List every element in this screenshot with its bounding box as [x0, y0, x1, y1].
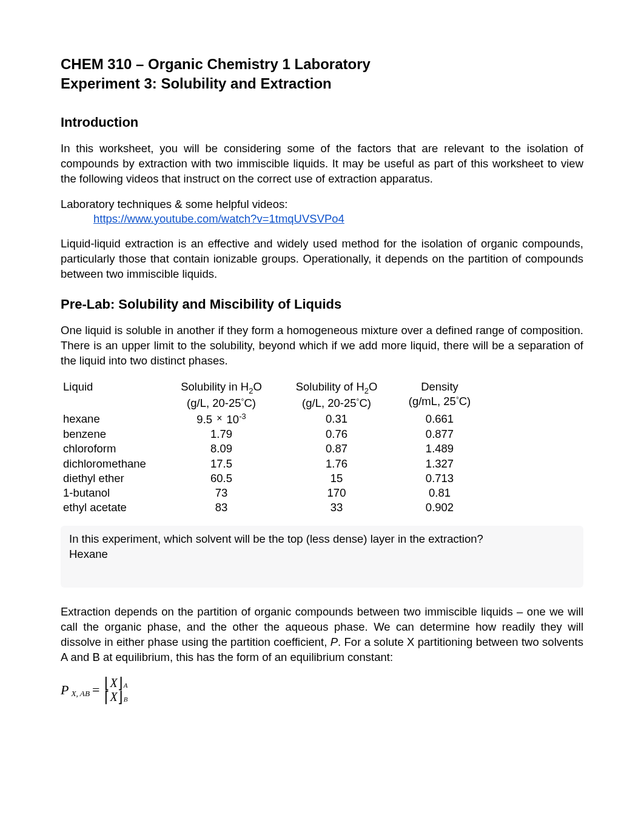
table-row: chloroform 8.09 0.87 1.489	[61, 441, 583, 456]
cell-sol-in: 17.5	[164, 457, 279, 471]
videos-label: Laboratory techniques & some helpful vid…	[61, 198, 583, 211]
cell-density: 0.902	[394, 500, 485, 515]
col-header-liquid: Liquid	[61, 380, 164, 411]
table-row: hexane 9.5 × 10-3 0.31 0.661	[61, 412, 583, 427]
course-title: CHEM 310 – Organic Chemistry 1 Laborator…	[61, 55, 583, 74]
cell-sol-of: 33	[279, 500, 394, 515]
cell-density: 0.81	[394, 486, 485, 500]
intro-paragraph-1: In this worksheet, you will be consideri…	[61, 141, 583, 187]
cell-sol-in: 83	[164, 500, 279, 515]
video-link[interactable]: https://www.youtube.com/watch?v=1tmqUVSV…	[93, 212, 583, 226]
cell-liquid: benzene	[61, 427, 164, 441]
cell-liquid: chloroform	[61, 441, 164, 456]
cell-sol-of: 170	[279, 486, 394, 500]
fraction: ⌊X⌋A ⌈X⌋B	[103, 676, 129, 704]
solubility-table: Liquid Solubility in H2O (g/L, 20-25°C) …	[61, 380, 583, 515]
table-row: ethyl acetate 83 33 0.902	[61, 500, 583, 515]
col-header-sol-in-h2o: Solubility in H2O (g/L, 20-25°C)	[164, 380, 279, 411]
document-page: CHEM 310 – Organic Chemistry 1 Laborator…	[0, 0, 644, 740]
table-row: 1-butanol 73 170 0.81	[61, 486, 583, 500]
partition-coefficient-formula: PX, AB = ⌊X⌋A ⌈X⌋B	[61, 676, 583, 704]
col-header-density: Density (g/mL, 25°C)	[394, 380, 485, 411]
cell-density: 1.489	[394, 441, 485, 456]
cell-sol-of: 0.31	[279, 412, 394, 427]
title-block: CHEM 310 – Organic Chemistry 1 Laborator…	[61, 55, 583, 94]
cell-liquid: hexane	[61, 412, 164, 427]
prelab-heading: Pre-Lab: Solubility and Miscibility of L…	[61, 297, 583, 312]
table-row: benzene 1.79 0.76 0.877	[61, 427, 583, 441]
cell-sol-in: 73	[164, 486, 279, 500]
cell-sol-in: 60.5	[164, 471, 279, 486]
cell-density: 0.661	[394, 412, 485, 427]
cell-liquid: ethyl acetate	[61, 500, 164, 515]
question-answer-box: In this experiment, which solvent will b…	[61, 526, 583, 588]
cell-sol-of: 15	[279, 471, 394, 486]
cell-sol-of: 0.87	[279, 441, 394, 456]
table-row: diethyl ether 60.5 15 0.713	[61, 471, 583, 486]
cell-density: 0.713	[394, 471, 485, 486]
cell-sol-in: 1.79	[164, 427, 279, 441]
prelab-paragraph-2: Extraction depends on the partition of o…	[61, 605, 583, 665]
col-header-sol-of-h2o: Solubility of H2O (g/L, 20-25°C)	[279, 380, 394, 411]
cell-density: 1.327	[394, 457, 485, 471]
answer-text: Hexane	[69, 547, 575, 562]
cell-liquid: 1-butanol	[61, 486, 164, 500]
cell-sol-of: 1.76	[279, 457, 394, 471]
cell-density: 0.877	[394, 427, 485, 441]
table-row: dichloromethane 17.5 1.76 1.327	[61, 457, 583, 471]
table-header-row: Liquid Solubility in H2O (g/L, 20-25°C) …	[61, 380, 583, 412]
cell-sol-of: 0.76	[279, 427, 394, 441]
cell-sol-in: 8.09	[164, 441, 279, 456]
cell-liquid: dichloromethane	[61, 457, 164, 471]
prelab-paragraph-1: One liquid is soluble in another if they…	[61, 323, 583, 369]
introduction-heading: Introduction	[61, 115, 583, 130]
cell-liquid: diethyl ether	[61, 471, 164, 486]
intro-paragraph-2: Liquid-liquid extraction is an effective…	[61, 236, 583, 282]
cell-sol-in: 9.5 × 10-3	[164, 412, 279, 427]
question-text: In this experiment, which solvent will b…	[69, 532, 575, 547]
experiment-title: Experiment 3: Solubility and Extraction	[61, 74, 583, 93]
